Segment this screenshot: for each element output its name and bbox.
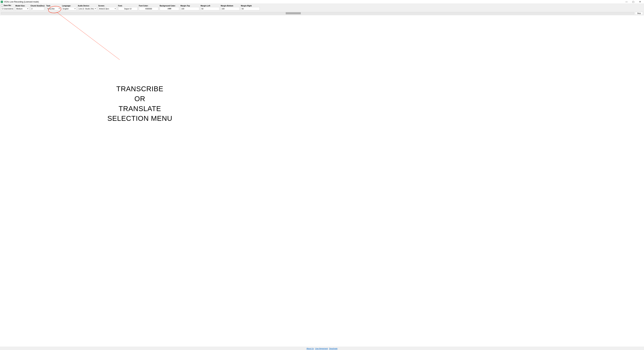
callout-text: Transcribe or Translate selection menu <box>107 84 172 123</box>
audio-device-field: Audio Device: Line (2- Studio 24c) <box>78 5 97 11</box>
audio-device-value: Line (2- Studio 24c) <box>79 8 94 10</box>
progress-bar <box>1 12 634 15</box>
model-size-field: Model Size: Medium <box>16 5 29 11</box>
model-size-value: Medium <box>16 8 22 10</box>
save-file-label: Save file: <box>4 4 12 7</box>
model-size-label: Model Size: <box>16 5 29 7</box>
minimize-button[interactable]: — <box>623 0 630 4</box>
chunk-size-input[interactable] <box>30 7 44 11</box>
save-file-value[interactable] <box>2 8 13 10</box>
chunk-size-field: Chunk Size(Sec): <box>30 5 45 11</box>
margin-left-input[interactable] <box>201 7 220 11</box>
margin-right-field: Margin-Right <box>241 5 260 11</box>
margin-bottom-label: Margin-Bottom <box>221 5 240 7</box>
app-icon <box>1 1 3 3</box>
font-value[interactable] <box>119 8 137 10</box>
margin-left-field: Margin-Left <box>201 5 220 11</box>
font-color-field: Font Color: <box>139 5 158 11</box>
screen-select[interactable]: Artist13.3pro <box>98 7 117 11</box>
audio-device-select[interactable]: Line (2- Studio 24c) <box>78 7 97 11</box>
progress-marquee <box>286 12 301 14</box>
save-file-checkbox[interactable] <box>1 5 3 7</box>
user-agreement-link[interactable]: User Agreement <box>315 347 328 349</box>
font-input[interactable] <box>118 7 138 11</box>
margin-right-label: Margin-Right <box>241 5 260 7</box>
font-field: Font: <box>118 5 138 11</box>
font-color-input[interactable] <box>139 7 158 11</box>
bg-color-label: Background Color: <box>160 5 179 7</box>
margin-right-input[interactable] <box>241 7 260 11</box>
margin-top-input[interactable] <box>180 7 199 11</box>
font-label: Font: <box>118 5 138 7</box>
save-file-input[interactable] <box>1 7 14 11</box>
stop-button[interactable]: Stop <box>635 12 643 15</box>
screen-value: Artist13.3pro <box>99 8 109 10</box>
save-file-field: Save file: <box>1 4 14 11</box>
footer: About Us User Agreement Deactivate <box>0 347 644 350</box>
title-bar: VOXs Live Recording (Licensed mode) — ▢ … <box>0 0 644 4</box>
language-field: Language: English <box>62 5 76 11</box>
about-link[interactable]: About Us <box>306 347 314 349</box>
margin-left-label: Margin-Left <box>201 5 220 7</box>
margin-bottom-field: Margin-Bottom <box>221 5 240 11</box>
margin-left-value[interactable] <box>202 8 218 10</box>
bg-color-value[interactable] <box>160 8 178 10</box>
app-window: VOXs Live Recording (Licensed mode) — ▢ … <box>0 0 644 350</box>
screen-field: Screen: Artist13.3pro <box>98 5 117 11</box>
deactivate-link[interactable]: Deactivate <box>329 347 338 349</box>
font-color-label: Font Color: <box>139 5 158 7</box>
language-value: English <box>63 8 68 10</box>
model-size-select[interactable]: Medium <box>16 7 29 11</box>
main-canvas: Transcribe or Translate selection menu <box>0 16 644 347</box>
margin-bottom-input[interactable] <box>221 7 240 11</box>
margin-bottom-value[interactable] <box>222 8 239 10</box>
window-controls: — ▢ ✕ <box>623 0 643 4</box>
margin-top-field: Margin-Top <box>180 5 199 11</box>
callout-line4: selection menu <box>107 114 172 123</box>
callout-line3: Translate <box>107 104 172 114</box>
margin-top-label: Margin-Top <box>180 5 199 7</box>
margin-top-value[interactable] <box>181 8 198 10</box>
language-select[interactable]: English <box>62 7 76 11</box>
language-label: Language: <box>62 5 76 7</box>
font-color-value[interactable] <box>140 8 158 10</box>
audio-device-label: Audio Device: <box>78 5 97 7</box>
screen-label: Screen: <box>98 5 117 7</box>
bg-color-input[interactable] <box>160 7 179 11</box>
chunk-size-label: Chunk Size(Sec): <box>30 5 45 7</box>
bg-color-field: Background Color: <box>160 5 179 11</box>
window-title: VOXs Live Recording (Licensed mode) <box>4 1 623 3</box>
maximize-button[interactable]: ▢ <box>630 0 636 4</box>
callout-line2: or <box>107 94 172 104</box>
margin-right-value[interactable] <box>242 8 259 10</box>
close-button[interactable]: ✕ <box>636 0 643 4</box>
progress-row: Stop <box>0 12 644 16</box>
callout-line1: Transcribe <box>107 84 172 94</box>
toolbar: Save file: Model Size: Medium Chunk Size… <box>0 4 644 12</box>
chunk-size-value[interactable] <box>31 8 44 10</box>
